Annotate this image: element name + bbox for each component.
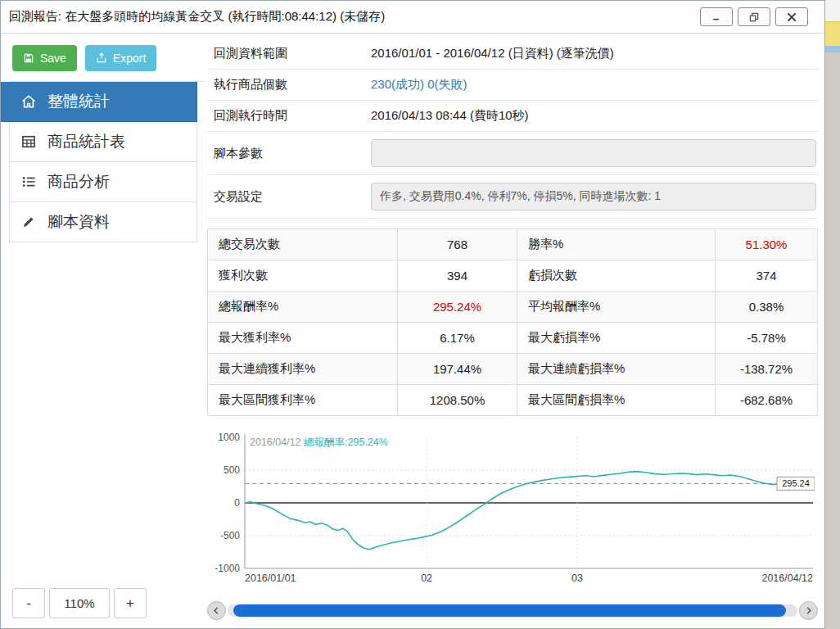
stat-value: 768 — [398, 229, 517, 260]
minimize-icon — [711, 11, 723, 23]
sidebar-item-product-stats-table[interactable]: 商品統計表 — [9, 122, 197, 162]
svg-text:1000: 1000 — [218, 432, 240, 443]
window-title: 回測報告: 在大盤多頭時的均線黃金交叉 (執行時間:08:44:12) (未儲存… — [7, 9, 700, 25]
close-button[interactable] — [775, 7, 808, 26]
scrollbar-track[interactable] — [228, 604, 797, 617]
stat-label: 最大區間獲利率% — [208, 385, 398, 416]
total-return-line — [245, 472, 813, 550]
stat-label: 最大連續虧損率% — [517, 354, 716, 385]
info-row-script-params: 腳本參數 — [207, 132, 818, 175]
info-label: 交易設定 — [207, 189, 371, 205]
svg-text:-500: -500 — [220, 530, 240, 541]
chevron-right-icon — [803, 605, 814, 616]
export-button[interactable]: Export — [85, 45, 156, 71]
stat-label: 最大區間虧損率% — [517, 385, 716, 416]
backtest-report-window: 回測報告: 在大盤多頭時的均線黃金交叉 (執行時間:08:44:12) (未儲存… — [0, 0, 825, 629]
stat-value: 0.38% — [716, 292, 818, 323]
info-value: 2016/04/13 08:44 (費時10秒) — [371, 108, 529, 124]
sidebar-item-label: 整體統計 — [47, 91, 110, 112]
stat-value: 374 — [716, 260, 818, 292]
window-controls — [700, 7, 808, 26]
stat-label: 平均報酬率% — [517, 292, 716, 323]
titlebar: 回測報告: 在大盤多頭時的均線黃金交叉 (執行時間:08:44:12) (未儲存… — [1, 1, 824, 34]
reference-value-label: 295.24 — [782, 478, 810, 488]
info-row-executed-products: 執行商品個數230(成功) 0(失敗) — [207, 70, 818, 101]
chart-annotation: 2016/04/12 總報酬率:295.24% — [250, 437, 388, 448]
svg-text:02: 02 — [421, 572, 432, 584]
maximize-button[interactable] — [738, 7, 770, 26]
svg-text:0: 0 — [234, 497, 240, 509]
script-params-input[interactable] — [371, 139, 816, 167]
sidebar-item-overall-stats[interactable]: 整體統計 — [1, 82, 197, 122]
stats-row: 總報酬率%295.24%平均報酬率%0.38% — [208, 292, 818, 323]
sidebar-menu: 整體統計商品統計表商品分析腳本資料 — [9, 81, 205, 242]
info-row-data-range: 回測資料範圍2016/01/01 - 2016/04/12 (日資料) (逐筆洗… — [207, 38, 818, 70]
close-icon — [785, 11, 798, 24]
chevron-left-icon — [211, 605, 222, 616]
save-button-label: Save — [40, 52, 66, 65]
stats-table: 總交易次數768勝率%51.30%獲利次數394虧損次數374總報酬率%295.… — [207, 229, 818, 416]
info-label: 執行商品個數 — [207, 77, 371, 93]
svg-text:-1000: -1000 — [215, 563, 240, 574]
stat-label: 最大連續獲利率% — [208, 354, 398, 385]
table-icon — [20, 133, 38, 150]
background-window-fragment — [825, 21, 840, 46]
sidebar-item-script-data[interactable]: 腳本資料 — [9, 202, 197, 242]
stats-row: 最大連續獲利率%197.44%最大連續虧損率%-138.72% — [208, 354, 818, 385]
stat-label: 勝率% — [517, 229, 716, 260]
zoom-level: 110% — [49, 588, 110, 618]
stat-value: 6.17% — [398, 323, 517, 354]
stat-value: -5.78% — [716, 323, 818, 354]
stats-row: 最大獲利率%6.17%最大虧損率%-5.78% — [208, 323, 818, 354]
info-section: 回測資料範圍2016/01/01 - 2016/04/12 (日資料) (逐筆洗… — [207, 38, 818, 219]
window-body: Save Export 整體統計商品統計表商品分析腳本資料 - 110% + 回… — [1, 34, 824, 628]
stat-label: 最大獲利率% — [208, 323, 398, 354]
zoom-out-button[interactable]: - — [12, 588, 45, 618]
sidebar-item-label: 商品分析 — [47, 171, 110, 192]
stat-value: 394 — [398, 260, 517, 292]
zoom-in-button[interactable]: + — [114, 588, 147, 618]
sidebar-item-label: 商品統計表 — [47, 131, 125, 152]
scrollbar-thumb[interactable] — [233, 604, 786, 617]
stat-label: 總報酬率% — [208, 292, 398, 323]
svg-text:500: 500 — [224, 464, 240, 476]
stat-label: 總交易次數 — [208, 229, 398, 260]
home-icon — [20, 93, 38, 110]
return-chart: 10005000-500-10002016/01/0102032016/04/1… — [207, 429, 818, 588]
svg-text:03: 03 — [571, 572, 583, 584]
return-chart-svg: 10005000-500-10002016/01/0102032016/04/1… — [207, 429, 815, 588]
background-window-fragment — [825, 46, 840, 52]
stat-value: 197.44% — [398, 354, 517, 385]
chart-scrollbar — [207, 601, 818, 622]
svg-text:2016/01/01: 2016/01/01 — [245, 572, 296, 584]
info-label: 回測執行時間 — [207, 108, 371, 124]
info-label: 腳本參數 — [207, 146, 371, 161]
stat-label: 獲利次數 — [208, 260, 398, 292]
list-icon — [20, 174, 38, 190]
scroll-left-button[interactable] — [207, 601, 226, 620]
trade-settings-input[interactable]: 作多, 交易費用0.4%, 停利7%, 停損5%, 同時進場次數: 1 — [371, 183, 816, 210]
background-window-fragment — [825, 0, 840, 21]
save-button[interactable]: Save — [12, 45, 77, 71]
stats-row: 獲利次數394虧損次數374 — [208, 260, 818, 292]
info-row-execution-time: 回測執行時間2016/04/13 08:44 (費時10秒) — [207, 101, 818, 132]
info-row-trade-settings: 交易設定作多, 交易費用0.4%, 停利7%, 停損5%, 同時進場次數: 1 — [207, 175, 818, 219]
sidebar-item-product-analysis[interactable]: 商品分析 — [9, 162, 197, 202]
info-label: 回測資料範圍 — [207, 46, 371, 61]
stats-row: 總交易次數768勝率%51.30% — [208, 229, 818, 260]
scroll-right-button[interactable] — [799, 601, 818, 620]
desktop-background-strip — [825, 0, 840, 629]
info-value[interactable]: 230(成功) 0(失敗) — [371, 77, 467, 93]
svg-text:2016/04/12: 2016/04/12 — [761, 572, 813, 584]
stat-value: -682.68% — [716, 385, 818, 416]
stat-label: 最大虧損率% — [517, 323, 716, 354]
sidebar-item-label: 腳本資料 — [47, 211, 110, 233]
stats-row: 最大區間獲利率%1208.50%最大區間虧損率%-682.68% — [208, 385, 818, 416]
stat-value: -138.72% — [716, 354, 818, 385]
stat-value: 295.24% — [398, 292, 517, 323]
export-button-label: Export — [113, 52, 146, 65]
minimize-button[interactable] — [700, 7, 733, 26]
zoom-control: - 110% + — [9, 588, 205, 620]
main-panel: 回測資料範圍2016/01/01 - 2016/04/12 (日資料) (逐筆洗… — [205, 34, 824, 628]
floppy-icon — [23, 52, 34, 64]
